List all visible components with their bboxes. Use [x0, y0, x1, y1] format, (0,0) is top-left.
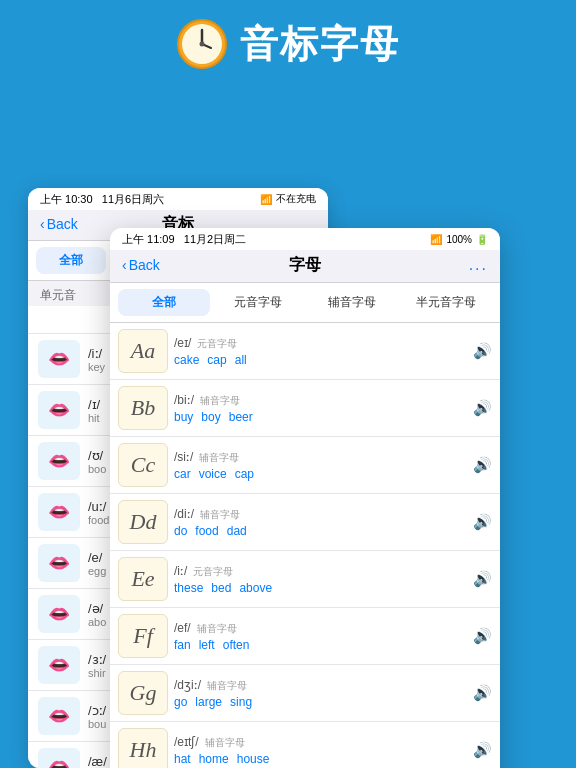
- front-tab-all[interactable]: 全部: [118, 289, 210, 316]
- back-status-bar: 上午 10:30 11月6日周六 📶 不在充电: [28, 188, 328, 210]
- list-item[interactable]: Cc /siː/ 辅音字母 car voice cap 🔊: [110, 437, 500, 494]
- front-status-bar: 上午 11:09 11月2日周二 📶 100% 🔋: [110, 228, 500, 250]
- throat-icon: 👄: [38, 544, 80, 582]
- back-tab-all[interactable]: 全部: [36, 247, 106, 274]
- letter-thumb-aa: Aa: [118, 329, 168, 373]
- sound-button[interactable]: 🔊: [473, 513, 492, 531]
- svg-point-4: [200, 42, 205, 47]
- clock-icon: [176, 18, 228, 70]
- list-item[interactable]: Ee /iː/ 元音字母 these bed above 🔊: [110, 551, 500, 608]
- throat-icon: 👄: [38, 391, 80, 429]
- list-item[interactable]: Dd /diː/ 辅音字母 do food dad 🔊: [110, 494, 500, 551]
- chevron-left-icon: ‹: [122, 257, 127, 273]
- sound-button[interactable]: 🔊: [473, 456, 492, 474]
- back-status-icons: 📶 不在充电: [260, 192, 316, 206]
- sound-button[interactable]: 🔊: [473, 570, 492, 588]
- back-nav-back-button[interactable]: ‹ Back: [40, 216, 78, 232]
- list-item[interactable]: Aa /eɪ/ 元音字母 cake cap all 🔊: [110, 323, 500, 380]
- letter-thumb-ff: Ff: [118, 614, 168, 658]
- front-tab-vowel[interactable]: 元音字母: [212, 289, 304, 316]
- throat-icon: 👄: [38, 595, 80, 633]
- front-nav-bar: ‹ Back 字母 ...: [110, 250, 500, 283]
- letter-thumb-ee: Ee: [118, 557, 168, 601]
- wifi-signal-icon: 📶: [430, 234, 442, 245]
- chevron-left-icon: ‹: [40, 216, 45, 232]
- throat-icon: 👄: [38, 748, 80, 768]
- back-status-time: 上午 10:30 11月6日周六: [40, 192, 164, 207]
- wifi-icon: 📶: [260, 194, 272, 205]
- front-panel: 上午 11:09 11月2日周二 📶 100% 🔋 ‹ Back 字母 ... …: [110, 228, 500, 768]
- app-header: 音标字母: [0, 0, 576, 86]
- sound-button[interactable]: 🔊: [473, 399, 492, 417]
- list-item[interactable]: Bb /biː/ 辅音字母 buy boy beer 🔊: [110, 380, 500, 437]
- throat-icon: 👄: [38, 340, 80, 378]
- letter-thumb-cc: Cc: [118, 443, 168, 487]
- list-item[interactable]: Gg /dʒiː/ 辅音字母 go large sing 🔊: [110, 665, 500, 722]
- battery-icon: 🔋: [476, 234, 488, 245]
- throat-icon: 👄: [38, 697, 80, 735]
- list-item[interactable]: Hh /eɪtʃ/ 辅音字母 hat home house 🔊: [110, 722, 500, 768]
- app-title: 音标字母: [240, 19, 400, 70]
- sound-button[interactable]: 🔊: [473, 342, 492, 360]
- sound-button[interactable]: 🔊: [473, 684, 492, 702]
- throat-icon: 👄: [38, 646, 80, 684]
- front-tab-semivowel[interactable]: 半元音字母: [400, 289, 492, 316]
- front-list: Aa /eɪ/ 元音字母 cake cap all 🔊 Bb: [110, 323, 500, 768]
- letter-thumb-dd: Dd: [118, 500, 168, 544]
- more-options-button[interactable]: ...: [469, 256, 488, 274]
- sound-button[interactable]: 🔊: [473, 627, 492, 645]
- front-tab-consonant[interactable]: 辅音字母: [306, 289, 398, 316]
- letter-thumb-bb: Bb: [118, 386, 168, 430]
- front-segment-bar: 全部 元音字母 辅音字母 半元音字母: [110, 283, 500, 323]
- panels-area: 上午 10:30 11月6日周六 📶 不在充电 ‹ Back 音标 全部 单元音…: [0, 88, 576, 768]
- letter-thumb-hh: Hh: [118, 728, 168, 768]
- front-nav-title: 字母: [289, 255, 321, 276]
- front-status-time: 上午 11:09 11月2日周二: [122, 232, 246, 247]
- list-item[interactable]: Ff /ef/ 辅音字母 fan left often 🔊: [110, 608, 500, 665]
- sound-button[interactable]: 🔊: [473, 741, 492, 759]
- letter-thumb-gg: Gg: [118, 671, 168, 715]
- front-nav-back-button[interactable]: ‹ Back: [122, 257, 160, 273]
- throat-icon: 👄: [38, 493, 80, 531]
- front-status-icons: 📶 100% 🔋: [430, 234, 488, 245]
- throat-icon: 👄: [38, 442, 80, 480]
